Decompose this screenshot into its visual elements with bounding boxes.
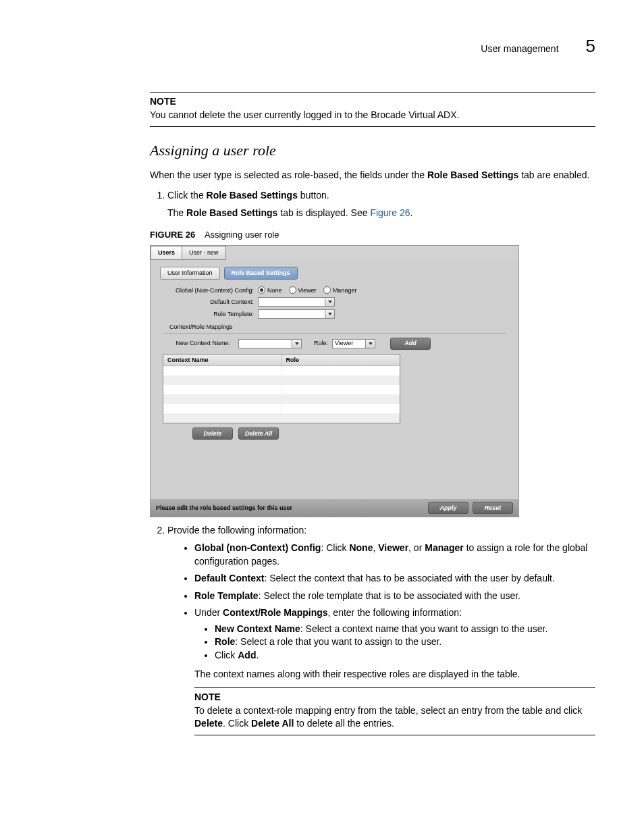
b3-text: : Select the role template that is to be…	[259, 590, 520, 601]
step1-l2a: The	[167, 207, 186, 218]
select-role-template-field[interactable]	[258, 309, 325, 319]
subtab-role-based-settings[interactable]: Role Based Settings	[224, 267, 298, 280]
radio-dot-icon	[289, 286, 296, 294]
label-context-role-mappings: Context/Role Mappings	[169, 323, 506, 332]
b1-manager: Manager	[425, 542, 464, 553]
radio-manager[interactable]: Manager	[323, 286, 357, 295]
select-default-context-field[interactable]	[258, 297, 325, 307]
figure-caption-text: Assigning user role	[205, 230, 279, 240]
radio-group-global-config: None Viewer Manager	[258, 286, 356, 295]
b4s1-text: : Select a context name that you want to…	[300, 623, 548, 634]
step2-lead: Provide the following information:	[167, 525, 306, 536]
tab-user-new[interactable]: User - new	[182, 246, 226, 260]
table-row[interactable]	[163, 366, 400, 375]
radio-viewer[interactable]: Viewer	[289, 286, 317, 295]
note-block-inner: NOTE To delete a context-role mapping en…	[194, 687, 595, 735]
screenshot-top-tabs: Users User - new	[151, 246, 518, 260]
note2-bold1: Delete	[194, 718, 223, 729]
divider	[163, 333, 506, 334]
sub-bullet-new-context-name: New Context Name: Select a context name …	[215, 623, 595, 636]
select-default-context[interactable]	[258, 297, 335, 307]
radio-none[interactable]: None	[258, 286, 282, 295]
bullet-default-context: Default Context: Select the context that…	[194, 572, 595, 585]
chevron-down-icon[interactable]	[292, 339, 302, 348]
b1-viewer: Viewer	[378, 542, 408, 553]
intro-text-bold: Role Based Settings	[427, 170, 518, 180]
label-default-context: Default Context:	[163, 298, 258, 307]
table-row[interactable]	[163, 385, 400, 394]
heading-assigning-user-role: Assigning a user role	[150, 140, 595, 161]
b4s1-bold: New Context Name	[215, 623, 300, 634]
screenshot-subtabs: User Information Role Based Settings	[160, 267, 514, 280]
b4s3-a: Click	[215, 650, 238, 660]
tab-users[interactable]: Users	[151, 246, 182, 260]
chevron-down-icon[interactable]	[325, 309, 335, 319]
b4s3-b: .	[256, 650, 259, 660]
note2-c: to delete all the entries.	[294, 718, 394, 729]
chevron-down-icon[interactable]	[325, 297, 335, 307]
chevron-down-icon[interactable]	[366, 339, 375, 348]
note2-b: . Click	[223, 718, 251, 729]
bullet-context-role-mappings: Under Context/Role Mappings, enter the f…	[194, 606, 595, 735]
apply-button[interactable]: Apply	[428, 502, 468, 514]
select-role-template[interactable]	[258, 309, 335, 319]
b1-a: : Click	[321, 542, 349, 553]
bullet-role-template: Role Template: Select the role template …	[194, 590, 595, 603]
note-label: NOTE	[150, 95, 595, 109]
b3-bold: Role Template	[194, 590, 259, 601]
table-row[interactable]	[163, 375, 400, 385]
select-new-context-name-field[interactable]	[238, 339, 292, 348]
note2-label: NOTE	[194, 691, 595, 704]
table-row[interactable]	[163, 404, 400, 413]
screenshot-role-based-settings: Users User - new User Information Role B…	[150, 245, 519, 517]
b4s2-bold: Role	[215, 636, 235, 647]
label-role-template: Role Template:	[163, 310, 258, 319]
note2-a: To delete a context-role mapping entry f…	[194, 705, 582, 716]
b2-text: : Select the context that has to be asso…	[264, 573, 554, 583]
label-new-context-name: New Context Name:	[163, 339, 234, 348]
delete-button[interactable]: Delete	[192, 427, 233, 440]
delete-all-button[interactable]: Delete All	[238, 427, 279, 440]
table-row[interactable]	[163, 394, 400, 404]
step-2: Provide the following information: Globa…	[167, 524, 595, 735]
context-role-table: Context Name Role	[163, 354, 400, 424]
b1-none: None	[349, 542, 373, 553]
note-block-top: NOTE You cannot delete the user currentl…	[150, 92, 595, 126]
header-section: User management	[481, 43, 558, 56]
figure-26-link[interactable]: Figure 26	[370, 207, 410, 218]
select-new-context-name[interactable]	[238, 339, 302, 348]
intro-text-b: tab are enabled.	[518, 170, 589, 180]
table-header-role[interactable]: Role	[282, 355, 400, 367]
b4-b: , enter the following information:	[328, 607, 462, 618]
sub-bullet-click-add: Click Add.	[215, 649, 595, 662]
b2-bold: Default Context	[194, 573, 264, 583]
intro-paragraph: When the user type is selected as role-b…	[150, 169, 595, 182]
status-bar: Please edit the role based settings for …	[151, 499, 518, 517]
b1-bold: Global (non-Context) Config	[194, 542, 321, 553]
select-role[interactable]: Viewer	[332, 339, 375, 348]
intro-text-a: When the user type is selected as role-b…	[150, 170, 427, 180]
status-text: Please edit the role based settings for …	[156, 504, 292, 513]
step1-body: The Role Based Settings tab is displayed…	[167, 207, 595, 220]
bullet-global-config: Global (non-Context) Config: Click None,…	[194, 542, 595, 568]
step1-l2bold: Role Based Settings	[186, 207, 277, 218]
step-1: Click the Role Based Settings button. Th…	[167, 189, 595, 219]
sub-bullet-role: Role: Select a role that you want to ass…	[215, 635, 595, 649]
label-role: Role:	[314, 339, 328, 348]
radio-dot-icon	[323, 286, 331, 294]
step1-bold: Role Based Settings	[207, 190, 298, 201]
b4s3-bold: Add	[238, 650, 256, 660]
table-header-context-name[interactable]: Context Name	[163, 355, 282, 367]
b4-tail: The context names along with their respe…	[194, 668, 595, 681]
step1-l2b: tab is displayed. See	[277, 207, 370, 218]
table-row[interactable]	[163, 413, 400, 423]
radio-dot-icon	[258, 286, 265, 294]
subtab-user-information[interactable]: User Information	[160, 267, 220, 280]
step1-prefix: Click the	[167, 190, 207, 201]
b1-sep2: , or	[408, 542, 425, 553]
figure-label: FIGURE 26	[150, 230, 195, 240]
select-role-field[interactable]: Viewer	[332, 339, 366, 348]
add-button[interactable]: Add	[390, 338, 431, 350]
note-body: You cannot delete the user currently log…	[150, 109, 595, 122]
reset-button[interactable]: Reset	[473, 502, 513, 514]
